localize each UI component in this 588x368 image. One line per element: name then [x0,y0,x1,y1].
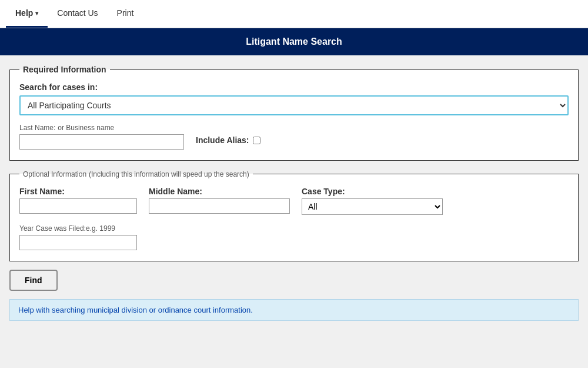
page-header: Litigant Name Search [0,28,588,55]
main-content: Required Information Search for cases in… [0,55,588,330]
help-link[interactable]: Help with searching municipal division o… [18,306,253,314]
last-name-sublabel: or Business name [58,124,114,132]
courts-select[interactable]: All Participating Courts Circuit Court M… [19,95,569,115]
last-name-label: Last Name: or Business name [19,122,184,132]
year-filed-label: Year Case was Filed:e.g. 1999 [19,223,569,233]
middle-name-input[interactable] [149,198,290,214]
case-type-select[interactable]: All Civil Criminal Family Probate [302,198,443,215]
last-name-input[interactable] [19,134,184,150]
optional-legend-note: (Including this information will speed u… [89,170,249,178]
required-legend: Required Information [19,65,110,74]
include-alias-checkbox[interactable] [253,137,260,144]
alias-group: Include Alias: [196,135,260,145]
middle-name-group: Middle Name: [149,187,290,215]
last-name-group: Last Name: or Business name [19,122,184,150]
top-nav: Help ▾ Contact Us Print [0,0,588,28]
page-title: Litigant Name Search [246,37,342,47]
year-filed-sublabel: e.g. 1999 [86,224,115,233]
first-name-group: First Name: [19,187,137,215]
last-name-row: Last Name: or Business name Include Alia… [19,122,569,150]
case-type-group: Case Type: All Civil Criminal Family Pro… [302,187,443,215]
nav-label-help: Help [15,8,33,18]
case-type-label: Case Type: [302,187,443,196]
help-bar: Help with searching municipal division o… [9,299,579,321]
nav-item-contact[interactable]: Contact Us [48,0,107,28]
search-for-label: Search for cases in: [19,82,569,92]
include-alias-label: Include Alias: [196,135,249,145]
nav-item-help[interactable]: Help ▾ [6,0,48,28]
first-name-input[interactable] [19,198,137,214]
optional-fields-row1: First Name: Middle Name: Case Type: All … [19,187,569,215]
year-filed-group: Year Case was Filed:e.g. 1999 [19,223,569,250]
find-button[interactable]: Find [9,270,58,291]
middle-name-label: Middle Name: [149,187,290,196]
year-filed-input[interactable] [19,235,137,250]
optional-section: Optional Information (Including this inf… [9,169,579,261]
nav-label-print: Print [117,8,134,18]
first-name-label: First Name: [19,187,137,196]
optional-legend: Optional Information (Including this inf… [19,169,253,178]
required-section: Required Information Search for cases in… [9,65,579,161]
help-dropdown-arrow: ▾ [35,10,38,16]
nav-label-contact: Contact Us [57,8,98,18]
year-filed-row: Year Case was Filed:e.g. 1999 [19,223,569,250]
nav-item-print[interactable]: Print [108,0,143,28]
